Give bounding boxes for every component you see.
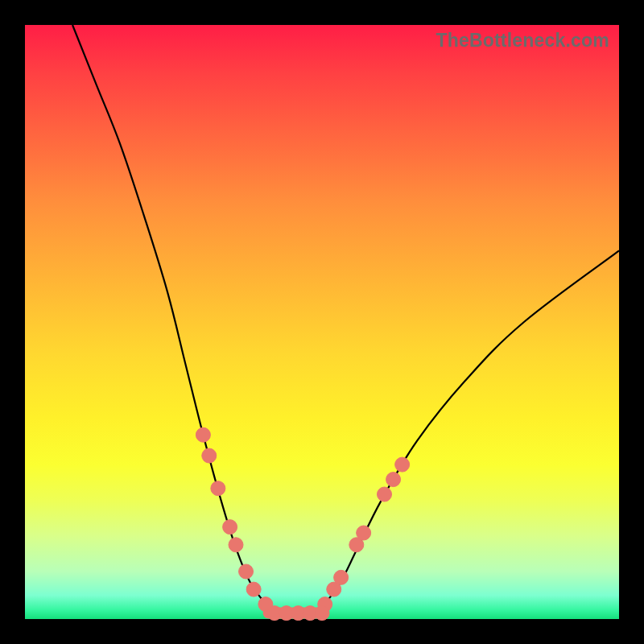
curve-left [72,25,269,607]
marker-group [196,427,409,620]
data-marker [202,448,217,463]
data-marker [357,526,371,540]
data-marker [386,473,401,487]
bottleneck-chart [25,25,619,619]
chart-frame: TheBottleneck.com [0,0,644,644]
curve-right [322,250,619,607]
data-marker [229,538,243,552]
data-marker [211,481,225,496]
data-marker [196,427,210,442]
data-marker [395,457,410,472]
data-marker [334,570,349,584]
data-marker [377,487,391,502]
data-marker [246,582,261,597]
data-marker [223,520,237,535]
chart-plot-area: TheBottleneck.com [25,25,619,619]
data-marker [315,606,329,621]
data-marker [239,564,254,579]
